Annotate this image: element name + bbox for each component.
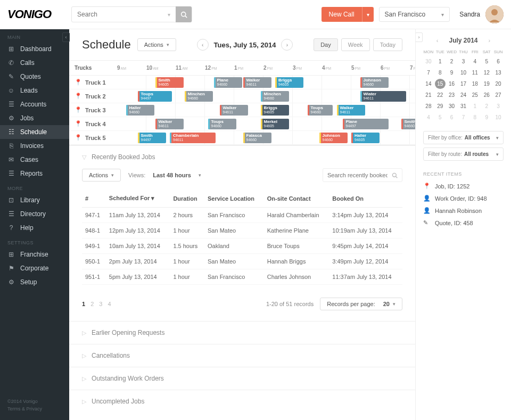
recent-item[interactable]: 👤Hannah Robinson xyxy=(416,204,511,217)
cal-day[interactable]: 14 xyxy=(423,79,434,89)
cal-day[interactable]: 20 xyxy=(493,79,504,89)
cal-day[interactable]: 23 xyxy=(447,90,457,100)
cal-day[interactable]: 1 xyxy=(469,101,480,111)
job-block[interactable]: Smith94605 xyxy=(155,77,184,88)
cal-day[interactable]: 5 xyxy=(481,56,492,67)
job-block[interactable]: Johnson94660 xyxy=(360,77,389,88)
sidebar-item-library[interactable]: ⊡Library xyxy=(0,193,69,207)
cal-day[interactable]: 13 xyxy=(493,68,504,78)
cal-day[interactable]: 17 xyxy=(458,79,469,89)
next-month-button[interactable]: › xyxy=(489,37,491,44)
cal-day[interactable]: 6 xyxy=(493,56,504,67)
job-block[interactable]: Smith94660 xyxy=(401,119,416,129)
job-block[interactable]: Briggs94605 xyxy=(261,105,289,116)
recent-item[interactable]: 📍Job, ID: 1252 xyxy=(416,180,511,192)
user-menu[interactable]: Sandra xyxy=(459,5,504,23)
cal-day[interactable]: 2 xyxy=(447,56,457,67)
sidebar-item-franchise[interactable]: ⊞Franchise xyxy=(0,248,69,261)
recently-actions-button[interactable]: Actions▾ xyxy=(82,169,121,182)
cal-day[interactable]: 2 xyxy=(481,101,492,111)
job-block[interactable]: Minchen94660 xyxy=(261,91,289,102)
schedule-actions-button[interactable]: Actions▾ xyxy=(137,38,176,51)
new-call-dropdown-icon[interactable]: ▾ xyxy=(362,7,374,22)
table-col-header[interactable]: Service Location xyxy=(204,190,264,208)
sidebar-item-calls[interactable]: ✆Calls xyxy=(0,56,69,70)
cal-day[interactable]: 1 xyxy=(435,56,446,67)
view-tab-week[interactable]: Week xyxy=(341,38,370,51)
cal-day[interactable]: 24 xyxy=(458,90,469,100)
cal-day[interactable]: 8 xyxy=(469,112,480,122)
job-block[interactable]: Walker94611 xyxy=(155,119,184,129)
cal-day[interactable]: 29 xyxy=(435,101,446,111)
prev-month-button[interactable]: ‹ xyxy=(436,37,439,44)
table-row[interactable]: 948-112pm July 13, 20141 hourSan MateoKa… xyxy=(82,223,402,238)
job-block[interactable]: Johnson94660 xyxy=(319,133,348,143)
page-link[interactable]: 4 xyxy=(108,301,111,307)
pagination[interactable]: 1234 xyxy=(82,301,111,307)
office-select[interactable]: San Francisco ▾ xyxy=(379,7,450,22)
cal-day[interactable]: 15 xyxy=(435,79,446,89)
views-caret-icon[interactable]: ▾ xyxy=(199,172,201,178)
table-col-header[interactable]: Scheduled For ▾ xyxy=(106,190,170,208)
job-block[interactable]: Briggs94605 xyxy=(275,77,303,88)
sidebar-item-invoices[interactable]: ⎘Invoices xyxy=(0,139,69,153)
page-link[interactable]: 3 xyxy=(99,301,102,307)
new-call-button[interactable]: New Call ▾ xyxy=(322,7,374,22)
cal-day[interactable]: 4 xyxy=(423,112,434,122)
cal-day[interactable]: 9 xyxy=(447,68,457,78)
job-block[interactable]: Haller94605 xyxy=(351,133,380,143)
cal-day[interactable]: 3 xyxy=(493,101,504,111)
cal-day[interactable]: 12 xyxy=(481,68,492,78)
filter-route[interactable]: Filter by route:All routes▾ xyxy=(423,147,504,161)
cal-day[interactable]: 5 xyxy=(435,112,446,122)
cal-day[interactable]: 9 xyxy=(481,112,492,122)
recent-item[interactable]: 👤Work Order, ID: 948 xyxy=(416,192,511,204)
section-toggle[interactable]: ▷Cancellations xyxy=(69,344,415,367)
section-toggle[interactable]: ▷Uncompleted Jobs xyxy=(69,390,415,413)
cal-day[interactable]: 7 xyxy=(423,68,434,78)
sidebar-item-dashboard[interactable]: ⊞Dashboard xyxy=(0,42,69,56)
sidebar-item-help[interactable]: ?Help xyxy=(0,221,69,235)
table-col-header[interactable]: Booked On xyxy=(329,190,402,208)
search-input[interactable] xyxy=(72,11,162,18)
cal-day[interactable]: 19 xyxy=(481,79,492,89)
table-row[interactable]: 951-15pm July 13, 20141 hourSan Francisc… xyxy=(82,269,402,285)
job-block[interactable]: Plane94660 xyxy=(214,77,242,88)
section-recently-booked[interactable]: ▽ Recently Booked Jobs xyxy=(69,146,415,168)
filter-office[interactable]: Filter by office:All offices▾ xyxy=(423,131,504,144)
recently-search[interactable] xyxy=(323,168,402,182)
recently-search-input[interactable] xyxy=(327,172,388,178)
records-per-page[interactable]: Records per page: 20▾ xyxy=(320,298,402,310)
job-block[interactable]: Toups94660 xyxy=(208,119,236,129)
avatar[interactable] xyxy=(485,5,504,23)
job-block[interactable]: Plane94497 xyxy=(343,119,389,129)
sidebar-item-setup[interactable]: ⚙Setup xyxy=(0,275,69,289)
sidebar-item-reports[interactable]: ☰Reports xyxy=(0,167,69,180)
table-col-header[interactable]: # xyxy=(82,190,106,208)
cal-day[interactable]: 4 xyxy=(469,56,480,67)
cal-day[interactable]: 25 xyxy=(469,90,480,100)
view-tab-day[interactable]: Day xyxy=(314,38,338,51)
search-caret-icon[interactable]: ▾ xyxy=(162,12,176,18)
cal-day[interactable]: 28 xyxy=(423,101,434,111)
sidebar-item-accounts[interactable]: ☰Accounts xyxy=(0,97,69,111)
cal-day[interactable]: 10 xyxy=(458,68,469,78)
cal-day[interactable]: 11 xyxy=(469,68,480,78)
table-row[interactable]: 947-111am July 13, 20142 hoursSan Franci… xyxy=(82,208,402,223)
sidebar-item-corporate[interactable]: ⚑Corporate xyxy=(0,261,69,275)
sidebar-item-leads[interactable]: ☺Leads xyxy=(0,84,69,97)
job-block[interactable]: Smith94497 xyxy=(138,133,166,143)
footer-terms-link[interactable]: Terms & Privacy xyxy=(7,406,62,413)
job-block[interactable]: Walker94611 xyxy=(337,105,365,116)
cal-day[interactable]: 3 xyxy=(458,56,469,67)
job-block[interactable]: Toups94660 xyxy=(308,105,333,116)
sidebar-item-schedule[interactable]: ☷Schedule xyxy=(0,125,69,139)
job-block[interactable]: Falasca94660 xyxy=(243,133,271,143)
recent-item[interactable]: ✎Quote, ID: 458 xyxy=(416,217,511,229)
cal-day[interactable]: 10 xyxy=(493,112,504,122)
job-block[interactable]: Merkel94605 xyxy=(261,119,289,129)
cal-day[interactable]: 6 xyxy=(447,112,457,122)
job-block[interactable]: Walker94611 xyxy=(220,105,248,116)
page-link[interactable]: 2 xyxy=(90,301,94,307)
table-row[interactable]: 950-12pm July 13, 20141 hourSan MateoHan… xyxy=(82,254,402,269)
